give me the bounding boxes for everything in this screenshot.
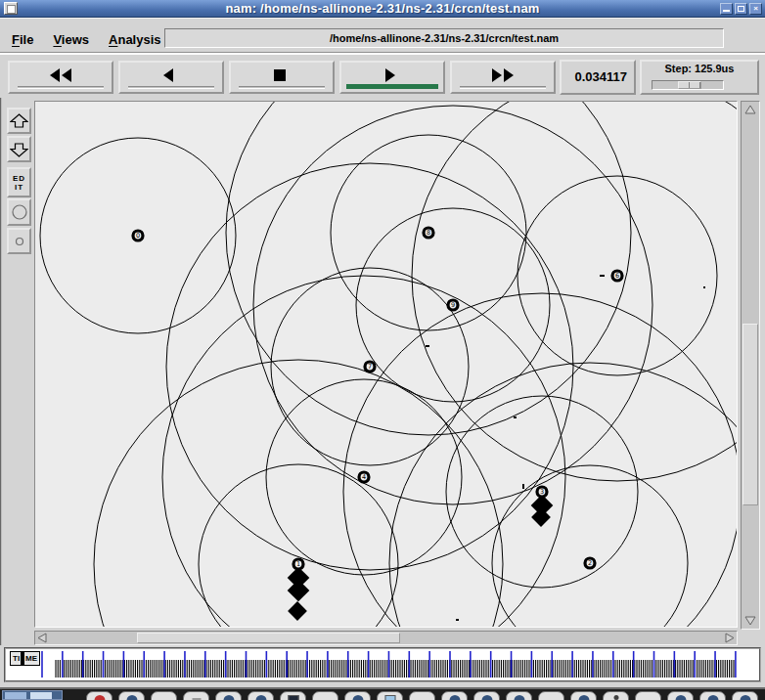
step-slider-thumb[interactable] <box>678 81 701 89</box>
taskbar-button[interactable] <box>118 691 145 700</box>
blue-icon <box>255 695 266 700</box>
network-animation-canvas[interactable]: 086974312 <box>34 101 738 628</box>
taskbar-button[interactable] <box>312 691 338 700</box>
blue-icon <box>740 695 750 700</box>
vertical-scrollbar-thumb[interactable] <box>742 324 758 505</box>
edit-button[interactable]: ED IT <box>7 167 31 197</box>
taskbar-button[interactable] <box>603 691 629 700</box>
time-tag-label-left: TI <box>13 654 20 663</box>
node-marker-0[interactable]: 0 <box>133 231 143 241</box>
taskbar-button[interactable] <box>409 691 435 700</box>
node-marker-6[interactable]: 6 <box>612 271 622 281</box>
close-button[interactable]: × <box>749 3 762 15</box>
range-circle <box>226 102 631 435</box>
menu-item-views[interactable]: Views <box>45 29 97 50</box>
taskbar-button[interactable] <box>667 691 694 700</box>
maximize-button[interactable] <box>735 3 747 15</box>
step-back-indicator <box>128 86 214 89</box>
menu-item-file[interactable]: File <box>4 29 41 50</box>
menu-underline: V <box>53 32 61 47</box>
node-marker-3[interactable]: 3 <box>537 487 547 497</box>
minimize-button[interactable] <box>720 3 733 15</box>
taskbar-button[interactable] <box>441 691 468 700</box>
title-bar[interactable]: nam: /home/ns-allinone-2.31/ns-2.31/crcn… <box>0 0 765 18</box>
rewind-button[interactable] <box>8 61 113 94</box>
current-time-display: 0.034117 <box>560 60 636 95</box>
node-label: 8 <box>427 229 430 237</box>
play-button[interactable] <box>339 61 445 94</box>
node-marker-4[interactable]: 4 <box>359 472 369 482</box>
step-back-button[interactable] <box>118 61 224 94</box>
small-circle-icon <box>14 236 25 247</box>
taskbar-button[interactable] <box>377 691 403 700</box>
menu-items: FileViewsAnalysis <box>0 30 169 48</box>
screen-icon <box>384 695 395 700</box>
step-slider[interactable] <box>652 80 724 90</box>
step-panel: Step: 125.9us <box>640 60 759 95</box>
taskbar-button[interactable] <box>151 691 177 700</box>
play-indicator <box>346 84 438 89</box>
window-title: nam: /home/ns-allinone-2.31/ns-2.31/crcn… <box>0 1 765 16</box>
node-label: 0 <box>136 232 140 240</box>
stop-icon <box>231 66 333 84</box>
taskbar-button[interactable] <box>344 691 371 700</box>
taskbar-button[interactable] <box>86 691 112 700</box>
scroll-left-arrow[interactable] <box>35 632 49 644</box>
scroll-right-arrow[interactable] <box>723 632 737 644</box>
vertical-scrollbar[interactable] <box>741 101 760 630</box>
taskbar-window-preview[interactable] <box>2 690 63 700</box>
zoom-in-button[interactable] <box>7 108 31 134</box>
time-slider-tag[interactable]: TIME <box>10 651 40 666</box>
step-back-icon <box>120 66 222 84</box>
large-circle-icon <box>11 203 28 221</box>
trace-mark <box>514 416 517 418</box>
preview-pane <box>5 692 26 699</box>
network-svg[interactable]: 086974312 <box>35 102 737 627</box>
taskbar-button[interactable] <box>215 691 242 700</box>
trace-mark <box>600 275 605 277</box>
time-slider-panel[interactable]: TIME <box>4 647 761 682</box>
time-tag-label-right: ME <box>25 654 37 663</box>
thumb-split <box>690 82 700 88</box>
select-circle-large-button[interactable] <box>7 198 31 226</box>
scroll-up-arrow[interactable] <box>742 102 759 117</box>
taskbar-button[interactable] <box>248 691 274 700</box>
node-label: 3 <box>540 488 544 496</box>
menu-item-analysis[interactable]: Analysis <box>101 29 168 50</box>
taskbar-button[interactable] <box>570 691 597 700</box>
preview-pane <box>30 692 52 699</box>
packet-diamond[interactable] <box>288 580 310 602</box>
up-triangle-icon <box>744 105 756 114</box>
select-circle-small-button[interactable] <box>7 228 31 254</box>
node-marker-8[interactable]: 8 <box>424 228 433 238</box>
darksquare-icon <box>288 695 298 700</box>
node-marker-2[interactable]: 2 <box>585 558 595 568</box>
fast-forward-indicator <box>460 86 546 89</box>
horizontal-scrollbar[interactable] <box>34 631 738 645</box>
trace-mark <box>456 619 459 621</box>
taskbar-button[interactable] <box>538 691 564 700</box>
taskbar-button[interactable] <box>473 691 500 700</box>
packet-diamond[interactable] <box>288 601 307 621</box>
trace-mark <box>522 484 524 489</box>
node-marker-1[interactable]: 1 <box>293 559 303 569</box>
node-marker-9[interactable]: 9 <box>448 300 458 310</box>
taskbar-button[interactable] <box>280 691 306 700</box>
blue-icon <box>481 695 492 700</box>
stop-button[interactable] <box>229 61 335 94</box>
taskbar-button[interactable] <box>732 691 758 700</box>
taskbar-button[interactable] <box>635 691 661 700</box>
taskbar-button[interactable] <box>506 691 532 700</box>
trace-file-path-field[interactable]: /home/ns-allinone-2.31/ns-2.31/crcn/test… <box>164 28 724 48</box>
horizontal-scrollbar-thumb[interactable] <box>137 633 400 643</box>
zoom-out-button[interactable] <box>7 136 31 162</box>
window-icon[interactable] <box>4 2 18 15</box>
blue-icon <box>514 695 524 700</box>
fast-forward-button[interactable] <box>450 61 556 94</box>
edit-label-line2: IT <box>15 183 23 192</box>
taskbar-button[interactable] <box>699 691 726 700</box>
node-marker-7[interactable]: 7 <box>365 362 375 372</box>
scroll-down-arrow[interactable] <box>742 613 759 629</box>
time-tag-pin-icon <box>21 652 24 665</box>
taskbar-button[interactable] <box>183 691 209 700</box>
